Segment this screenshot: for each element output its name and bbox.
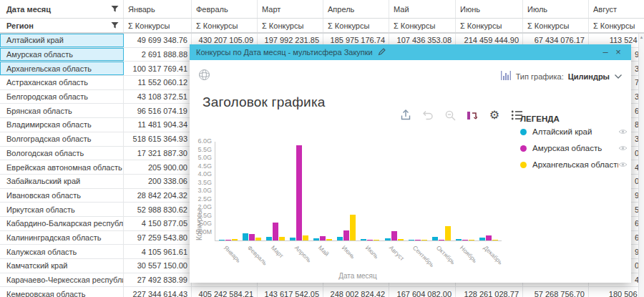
chart-type-selector[interactable]: Тип графика: Цилиндры [500, 70, 623, 82]
x-axis-tick-label: Август [388, 244, 406, 262]
region-cell[interactable]: Ивановская область [0, 189, 124, 203]
value-cell: 4 150 877.05 [124, 217, 192, 230]
region-cell[interactable]: Архангельская область [0, 62, 124, 75]
x-axis-tick-label: Март [270, 244, 285, 259]
y-axis-tick-label: 3.5G [197, 179, 212, 186]
bar [486, 235, 492, 240]
x-axis-tick-label: Декабрь [482, 244, 504, 266]
y-axis-tick-label: 6.0G [197, 137, 212, 145]
month-header: Май [389, 0, 456, 18]
region-cell[interactable]: Карачаево-Черкесская республика [0, 273, 124, 287]
bar [343, 230, 349, 240]
bar [391, 231, 397, 240]
value-cell: 205 900.00 [124, 160, 192, 174]
region-cell[interactable]: Амурская область [0, 48, 124, 62]
bar [303, 235, 308, 240]
measure-header: Σ Конкурсы [258, 19, 323, 32]
region-cell[interactable]: Забайкальский край [0, 175, 124, 188]
region-cell[interactable]: Иркутская область [0, 203, 124, 216]
modal-titlebar[interactable]: Конкурсы по Дата месяц - мультисфера Зак… [190, 44, 631, 60]
measures-header-row: Регион Σ КонкурсыΣ КонкурсыΣ КонкурсыΣ К… [0, 19, 644, 34]
bar-group [336, 215, 357, 240]
measure-header: Σ Конкурсы [589, 19, 644, 32]
date-month-header[interactable]: Дата месяц [0, 0, 124, 18]
value-cell: 96 516 074.19 [124, 104, 192, 117]
eye-icon[interactable] [618, 128, 628, 135]
date-month-label: Дата месяц [6, 5, 51, 14]
measure-header: Σ Конкурсы [323, 19, 389, 32]
bar [445, 226, 451, 240]
zoom-out-icon[interactable] [444, 109, 457, 122]
sphere-icon[interactable] [198, 69, 210, 82]
value-cell: 4 105 961.61 [124, 245, 192, 258]
region-cell[interactable]: Калининградская область [0, 231, 124, 245]
filter-funnel-icon[interactable] [111, 21, 119, 29]
region-cell[interactable]: Вологодская область [0, 147, 124, 160]
modal-content: Тип графика: Цилиндры Заголовок графика [190, 60, 631, 283]
bar [350, 215, 356, 240]
region-cell[interactable]: Брянская область [0, 104, 124, 117]
region-cell[interactable]: Камчатский край [0, 259, 124, 273]
chart-type-value: Цилиндры [568, 72, 610, 81]
y-axis-tick-label: 500M [195, 228, 212, 235]
bar-group [265, 223, 286, 240]
region-cell[interactable]: Волгоградская область [0, 132, 124, 146]
y-axis-tick-label: 5.5G [197, 146, 212, 153]
modal-title: Конкурсы по Дата месяц - мультисфера Зак… [196, 48, 373, 57]
bar-group [431, 226, 452, 240]
x-axis-tick-label: Апрель [293, 244, 313, 263]
settings-icon[interactable]: ⚙ [488, 109, 501, 122]
region-cell[interactable]: Белгородская область [0, 90, 124, 104]
value-cell: 11 552 060.12 [124, 76, 192, 89]
y-axis-tick-label: 4.0G [197, 170, 212, 177]
region-cell[interactable]: Еврейская автономная область [0, 160, 124, 174]
legend-item-label: Алтайский край [532, 127, 618, 136]
minimize-button[interactable]: – [599, 44, 612, 60]
edit-pencil-icon[interactable] [377, 47, 386, 58]
bar-group [478, 235, 499, 240]
measure-header: Σ Конкурсы [192, 19, 258, 32]
filter-funnel-icon[interactable] [111, 5, 119, 13]
measure-header: Σ Конкурсы [389, 19, 456, 32]
bar-group [384, 231, 405, 240]
x-axis-title: Дата месяц [215, 272, 501, 280]
month-header: Апрель [323, 0, 389, 18]
region-label: Регион [6, 21, 34, 30]
measure-header: Σ Конкурсы [523, 19, 589, 32]
value-cell: 2 691 888.88 [124, 48, 192, 62]
eye-icon[interactable] [618, 145, 628, 152]
bar [243, 233, 248, 240]
region-cell[interactable]: Алтайский край [0, 34, 124, 47]
bar [249, 234, 255, 240]
region-cell[interactable]: Владимирская область [0, 118, 124, 132]
legend-color-dot [520, 145, 527, 152]
close-button[interactable]: × [612, 44, 625, 60]
scroll-up-arrow[interactable]: ▲ [639, 34, 644, 41]
legend-item-label: Амурская область [532, 144, 618, 152]
legend-item: Архангельская область [520, 157, 628, 172]
y-axis-tick-label: 1.5G [197, 212, 212, 219]
value-cell: 167 604 082.00 [389, 287, 456, 297]
x-axis-tick-label: Ноябрь [459, 244, 479, 264]
value-cell: 405 242 584.21 [192, 287, 258, 297]
y-axis-tick-label: 2.5G [197, 195, 212, 203]
chart-modal: Конкурсы по Дата месяц - мультисфера Зак… [190, 44, 631, 283]
region-header[interactable]: Регион [0, 19, 124, 32]
region-cell[interactable]: Кемеровская область [0, 287, 124, 297]
y-axis-tick-label: 5.0G [197, 154, 212, 161]
y-axis-tick-label: 3.0G [197, 187, 212, 194]
region-cell[interactable]: Кабардино-Балкарская республика [0, 217, 124, 230]
eye-icon[interactable] [618, 161, 628, 168]
legend-color-dot [520, 162, 527, 168]
chart-legend: ЛЕГЕНДА Алтайский крайАмурская областьАр… [520, 115, 628, 172]
month-header: Август [589, 0, 644, 18]
table-scrollbar[interactable]: ▲ [638, 34, 644, 297]
undo-icon[interactable] [421, 109, 434, 122]
month-header: Март [258, 0, 323, 18]
drill-icon[interactable] [466, 109, 479, 122]
months-header-row: Дата месяц ЯнварьФевральМартАпрельМайИюн… [0, 0, 644, 19]
region-cell[interactable]: Астраханская область [0, 76, 124, 89]
export-icon[interactable] [399, 109, 412, 122]
region-cell[interactable]: Калужская область [0, 245, 124, 258]
value-cell: 17 321 887.30 [124, 147, 192, 160]
